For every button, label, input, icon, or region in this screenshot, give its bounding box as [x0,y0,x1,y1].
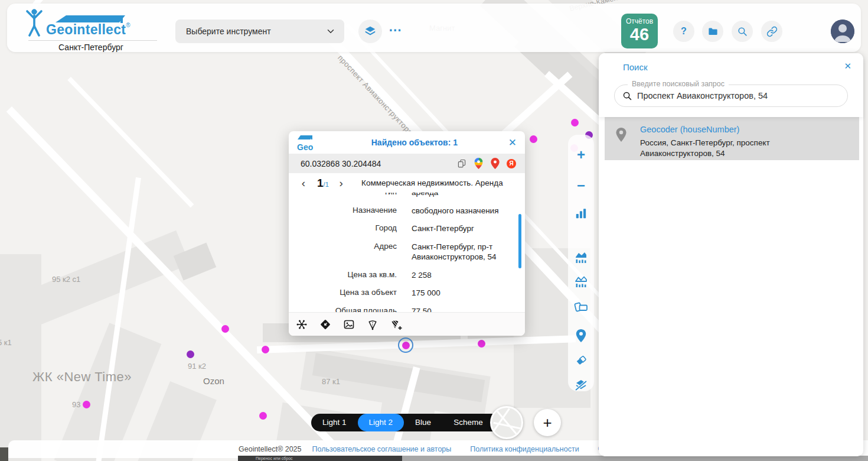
help-button[interactable]: ? [673,21,694,42]
reports-badge[interactable]: Отчётов 46 [621,14,658,48]
search-box: Введите поисковый запрос [614,85,848,107]
prev-object-button[interactable]: ‹ [297,177,310,189]
figure-icon [25,8,44,38]
logo-divider [28,40,157,41]
line-report-button[interactable] [574,275,588,289]
area-report-button[interactable] [574,251,588,265]
map-building [0,254,41,461]
object-category: Коммерческая недвижимость. Аренда [348,178,517,187]
sector-icon[interactable] [361,313,384,336]
search-panel-title: Поиск [623,62,648,72]
footer-copyright: Geointellect® 2025 [239,445,302,453]
table-row: Типаренда [289,193,525,202]
geointellect-logo[interactable]: Geointellect® Санкт-Петербург [25,8,167,52]
map-style-switcher: Light 1 Light 2 Blue Scheme [311,414,518,431]
logo-reg: ® [126,22,130,28]
eraser-button[interactable] [574,353,588,367]
style-option-light1[interactable]: Light 1 [311,414,358,431]
layers-off-button[interactable] [574,378,588,392]
copy-icon[interactable] [456,158,467,170]
next-object-button[interactable]: › [335,177,348,189]
map-marker[interactable] [221,325,229,333]
chevron-down-icon [325,26,336,37]
style-option-scheme[interactable]: Scheme [442,414,494,431]
map-marker[interactable] [571,119,579,126]
pager: 1/1 [317,177,329,190]
coordinates-value: 60.032868 30.204484 [297,159,451,168]
map-label-ozon: Ozon [203,376,224,386]
map-marker[interactable] [262,346,269,353]
popup-close-icon[interactable]: ✕ [508,137,517,149]
table-row: Цена за объект175 000 [289,284,525,302]
table-row: ГородСанкт-Петербург [289,219,525,238]
graph-nodes-icon[interactable] [290,313,314,336]
map-label-87k1: 87 к1 [322,377,340,386]
map-label-newtime: ЖК «New Time» [32,369,132,385]
map-label-5k1: 5 к1 [0,338,12,347]
map-label-91k2: 91 к2 [188,362,206,371]
map-label-95k2: 95 к2 с1 [52,275,80,284]
red-pin-icon[interactable] [490,158,500,170]
reports-badge-count: 46 [621,25,658,43]
map-marker[interactable] [187,350,194,358]
map-marker[interactable] [478,340,485,348]
map-label-93: 93 [72,400,80,409]
map-tools-toolbar: + − [568,135,594,391]
popup-title: Найдено объектов: 1 [321,138,508,147]
add-map-style-button[interactable]: + [534,409,561,436]
yandex-maps-icon[interactable]: Я [506,158,517,170]
style-option-light2[interactable]: Light 2 [358,414,404,431]
geocoder-result-row[interactable]: Geocoder (houseNumber) Россия, Санкт-Пет… [605,117,859,160]
style-thumbnail[interactable] [490,406,523,439]
search-input-icon [622,91,632,101]
search-input[interactable] [637,85,838,106]
geo-logo-text: Geo [297,142,313,152]
map-marker[interactable] [259,412,267,420]
result-title: Geocoder (houseNumber) [640,125,739,134]
user-icon [831,20,854,43]
table-row: Общая площадь77.50 [289,302,525,312]
layers-button[interactable] [358,20,382,43]
map-marker[interactable] [530,135,537,143]
map-building [23,230,190,326]
popup-header: Geo Найдено объектов: 1 ✕ [289,131,525,154]
tool-select[interactable]: Выберите инструмент [175,20,344,43]
avatar[interactable] [831,20,854,43]
more-options-button[interactable]: ⋯ [389,22,402,38]
privacy-link[interactable]: Политика конфиденциальности [470,445,579,453]
background-window-title: Перенос или сброс [256,456,293,461]
terms-link[interactable]: Пользовательское соглашение и авторы [312,445,452,453]
tool-select-value: Выберите инструмент [186,27,325,36]
search-icon [737,26,748,37]
devices-compare-button[interactable] [574,299,588,313]
image-icon[interactable] [337,313,361,336]
google-maps-icon[interactable] [473,158,484,170]
table-scrollbar[interactable] [518,214,521,268]
coordinates-row: 60.032868 30.204484 Я [289,154,525,173]
table-row: АдресСанкт-Петербург, пр-т Авиаконструкт… [289,238,525,266]
map-dark-patch [0,447,8,461]
search-panel: Поиск ✕ Введите поисковый запрос Geocode… [599,53,863,456]
table-row: Назначениесвободного назначения [289,202,525,220]
share-link-button[interactable] [761,21,782,42]
background-window-strip: Перенос или сброс [238,456,868,461]
diamond-export-icon[interactable] [314,313,337,336]
style-option-blue[interactable]: Blue [404,414,442,431]
zoom-in-button[interactable]: + [574,148,588,162]
search-panel-close-icon[interactable]: ✕ [844,61,851,72]
bar-chart-button[interactable] [574,207,588,220]
link-icon [766,26,778,37]
map-marker-selected[interactable] [402,342,410,349]
question-icon: ? [681,26,687,37]
sector-add-icon[interactable] [384,313,408,336]
search-button[interactable] [732,21,753,42]
zoom-out-button[interactable]: − [574,178,588,193]
folder-button[interactable] [702,21,723,42]
object-info-popup: Geo Найдено объектов: 1 ✕ 60.032868 30.2… [289,131,525,336]
search-panel-head: Поиск ✕ Введите поисковый запрос [599,53,863,117]
location-pin-button[interactable] [574,329,588,343]
pager-current: 1 [317,177,324,189]
object-fields-table[interactable]: Типаренда Назначениесвободного назначени… [289,193,525,312]
geo-logo[interactable]: Geo [297,133,321,152]
map-marker[interactable] [83,401,90,408]
